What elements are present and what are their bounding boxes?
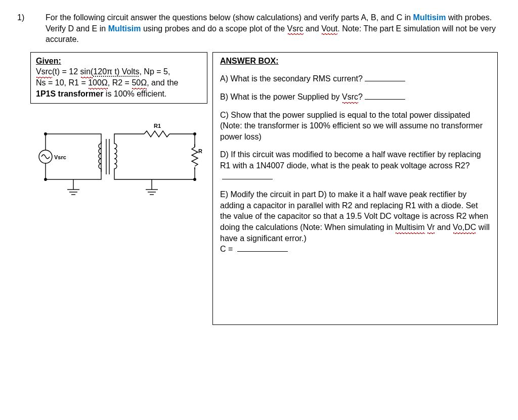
question-intro: For the following circuit answer the que… [46,12,498,45]
question-b: B) What is the power Supplied by Vsrc? [220,91,490,103]
given-title: Given: [36,57,61,65]
svg-rect-11 [192,147,198,167]
question-e-c: C = [220,245,233,253]
given-line2e: , and the [147,78,178,87]
question-c: C) Show that the power supplied is equal… [220,110,490,143]
question-b-text: B) What is the power Supplied by [220,92,342,101]
given-box: Given: Vsrc(t) = 12 sin(120π t) Volts, N… [30,52,207,104]
svg-point-19 [45,178,47,180]
question-e: E) Modify the circuit in part D) to make… [220,189,490,255]
blank-e[interactable] [237,244,288,252]
given-efficient: is 100% efficient. [103,89,166,98]
given-line2c: , R2 = [108,78,132,87]
circuit-r2-label: R2 [198,148,202,154]
given-r2: 50Ω [132,77,147,88]
given-l1b: (t) = 12 [52,67,80,76]
question-number: 1) [17,12,24,23]
intro-text-1: For the following circuit answer the que… [46,13,413,22]
given-transformer: 1P1S transformer [36,89,103,98]
given-sin: sin( [80,66,94,77]
intro-text-3: using probes and do a scope plot of the [141,24,287,33]
vout-underlined: Vout [321,23,337,34]
question-a-text: A) What is the secondary RMS current? [220,74,363,83]
question-e-p3: and [435,223,453,231]
multisim-link-2: Multisim [108,24,141,33]
circuit-vsrc-label: Vsrc [54,154,66,160]
question-d: D) If this circuit was modified to becom… [220,149,490,182]
question-e-vodc: Vo,DC [453,222,476,233]
question-d-text: D) If this circuit was modified to becom… [220,150,481,170]
given-vsrc: Vsrc [36,66,52,77]
circuit-diagram: Vsrc R1 R2 [30,119,202,210]
svg-point-17 [194,178,196,180]
question-e-vr: Vr [427,222,435,233]
vsrc-underlined: Vsrc [287,23,304,34]
answer-box: ANSWER BOX: A) What is the secondary RMS… [212,52,498,325]
question-e-multisim: Multisim [395,222,425,233]
given-r1: 100Ω [88,77,108,88]
answer-title: ANSWER BOX: [220,57,279,65]
blank-b[interactable] [365,91,405,100]
multisim-link-1: Multisim [413,13,446,22]
question-b-vsrc: Vsrc [342,91,358,103]
blank-d[interactable] [222,171,273,179]
intro-text-4: and [304,24,322,33]
svg-point-16 [194,133,196,135]
question-a: A) What is the secondary RMS current? [220,73,490,84]
given-np: , Np = 5, [139,67,170,76]
svg-rect-6 [96,142,100,172]
given-line2a: Ns = 10, R1 = [36,78,88,87]
svg-point-18 [45,133,47,135]
blank-a[interactable] [365,73,405,81]
given-vsrc-eq: 120π t) Volts [93,67,139,76]
question-b-post: ? [358,92,363,101]
circuit-r1-label: R1 [154,123,161,129]
